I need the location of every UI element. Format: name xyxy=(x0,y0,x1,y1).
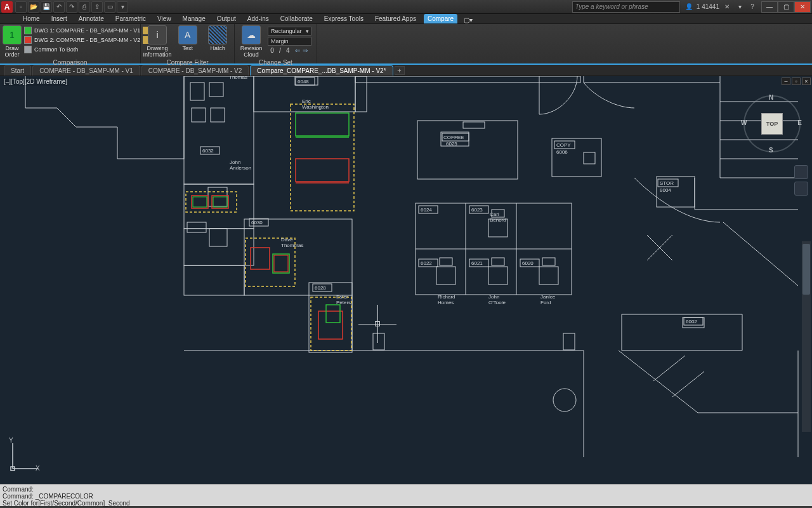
next-change-icon[interactable]: ⇒ xyxy=(303,47,308,54)
qat-share-icon[interactable]: ⇪ xyxy=(91,1,103,13)
vertical-scrollbar[interactable] xyxy=(802,241,811,432)
tab-home[interactable]: Home xyxy=(19,14,44,23)
user-label: 1 41441 xyxy=(697,3,719,10)
text-filter-button[interactable]: A Text xyxy=(174,25,202,51)
window-maximize-button[interactable]: ▢ xyxy=(778,1,794,13)
tab-annotate[interactable]: Annotate xyxy=(75,14,108,23)
svg-text:COFFEE: COFFEE xyxy=(443,135,464,140)
svg-text:RichardHomes: RichardHomes xyxy=(438,294,455,305)
svg-text:6021: 6021 xyxy=(471,260,483,266)
new-file-tab-button[interactable]: + xyxy=(395,66,405,75)
svg-text:6002: 6002 xyxy=(686,319,697,324)
drawing-canvas[interactable]: [–][Top][2D Wireframe] – ▫ × xyxy=(0,76,812,484)
svg-text:JaniceFord: JaniceFord xyxy=(540,294,556,305)
title-right-cluster: 👤 1 41441 ✕ ▾ ? xyxy=(684,2,757,12)
qat-undo-icon[interactable]: ↶ xyxy=(53,1,65,13)
svg-text:COPY: COPY xyxy=(556,142,571,148)
svg-text:JohnO'Toole: JohnO'Toole xyxy=(488,294,506,305)
svg-rect-54 xyxy=(318,311,343,339)
exchange-icon[interactable]: ✕ xyxy=(722,2,732,12)
tab-insert[interactable]: Insert xyxy=(48,14,71,23)
chevron-down-icon[interactable]: ▾ xyxy=(735,2,745,12)
change-stepper[interactable]: 0/4 ⇐ ⇒ xyxy=(268,47,311,54)
svg-text:EsterPeters: EsterPeters xyxy=(336,294,351,305)
command-history: Command: Command: _COMPARECOLOR Set Colo… xyxy=(0,484,812,506)
svg-text:6022: 6022 xyxy=(421,260,432,266)
qat-plot-icon[interactable]: ⎙ xyxy=(79,1,90,13)
common-color-swatch[interactable] xyxy=(24,46,32,53)
svg-rect-10 xyxy=(187,222,206,232)
tab-featured-apps[interactable]: Featured Apps xyxy=(371,14,420,23)
tab-manage[interactable]: Manage xyxy=(179,14,209,23)
common-row[interactable]: Common To Both xyxy=(24,46,150,53)
dwg1-row[interactable]: DWG 1: COMPARE - DB_SAMP-MM - V1 xyxy=(24,27,150,34)
viewcube[interactable]: TOP N S E W xyxy=(743,95,801,152)
tab-view[interactable]: View xyxy=(154,14,175,23)
dwg2-color-swatch[interactable] xyxy=(24,36,32,44)
draw-order-button[interactable]: 1 Draw Order xyxy=(3,25,22,58)
tab-express-tools[interactable]: Express Tools xyxy=(320,14,367,23)
file-tab-compare[interactable]: Compare_COMPARE_...DB_SAMP-MM - V2* xyxy=(250,65,393,76)
dwg2-row[interactable]: DWG 2: COMPARE - DB_SAMP-MM - V2 xyxy=(24,36,150,44)
svg-rect-16 xyxy=(463,122,485,128)
title-bar: A ▫ 📂 💾 ↶ ↷ ⎙ ⇪ ▭ ▾ Type a keyword or ph… xyxy=(0,0,812,14)
user-icon[interactable]: 👤 xyxy=(684,2,694,12)
svg-rect-32 xyxy=(184,265,244,295)
dwg1-color-swatch[interactable] xyxy=(24,27,32,34)
hatch-filter-button[interactable]: Hatch xyxy=(204,25,232,51)
nav-wheel-icon[interactable] xyxy=(794,165,808,179)
qat-open-icon[interactable]: 📂 xyxy=(28,1,39,13)
tab-parametric[interactable]: Parametric xyxy=(112,14,150,23)
tab-overflow-icon[interactable]: ▢▾ xyxy=(461,17,474,23)
svg-rect-45 xyxy=(192,196,208,208)
svg-text:DaveThommas: DaveThommas xyxy=(281,237,304,248)
tab-output[interactable]: Output xyxy=(213,14,240,23)
navigation-bar[interactable] xyxy=(794,165,809,196)
nav-pan-icon[interactable] xyxy=(794,182,808,196)
qat-save-icon[interactable]: 💾 xyxy=(41,1,52,13)
svg-rect-25 xyxy=(436,267,455,284)
quick-access-toolbar: ▫ 📂 💾 ↶ ↷ ⎙ ⇪ ▭ ▾ xyxy=(15,1,128,13)
svg-rect-52 xyxy=(274,255,288,272)
svg-rect-1 xyxy=(190,83,204,100)
file-tab-v1[interactable]: COMPARE - DB_SAMP-MM - V1 xyxy=(32,65,140,76)
info-icon: i xyxy=(148,25,167,44)
tab-compare[interactable]: Compare xyxy=(424,14,457,23)
cloud-margin-field[interactable]: Margin xyxy=(268,37,311,46)
cloud-shape-select[interactable]: Rectangular ▾ xyxy=(268,27,311,36)
file-tab-start[interactable]: Start xyxy=(4,65,31,76)
svg-rect-3 xyxy=(192,108,206,122)
svg-text:6006: 6006 xyxy=(556,149,568,155)
window-close-button[interactable]: ✕ xyxy=(794,1,811,13)
svg-rect-18 xyxy=(584,152,595,164)
draw-order-icon: 1 xyxy=(3,25,22,44)
help-icon[interactable]: ? xyxy=(747,2,757,12)
svg-rect-47 xyxy=(193,197,207,207)
floor-plan-svg: 6048 6032 6030 6028 6024 6023 6022 6021 … xyxy=(0,76,812,484)
svg-rect-34 xyxy=(563,333,575,350)
tab-collaborate[interactable]: Collaborate xyxy=(277,14,317,23)
viewcube-face[interactable]: TOP xyxy=(761,113,783,135)
file-tab-v2[interactable]: COMPARE - DB_SAMP-MM - V2 xyxy=(141,65,249,76)
app-menu-button[interactable]: A xyxy=(1,1,13,13)
qat-redo-icon[interactable]: ↷ xyxy=(66,1,77,13)
svg-rect-12 xyxy=(209,229,227,246)
drawing-information-button[interactable]: i Drawing Information xyxy=(143,25,171,58)
svg-rect-55 xyxy=(326,305,340,323)
svg-text:Thomas: Thomas xyxy=(229,76,247,80)
group-compare-filter: i Drawing Information A Text Hatch Compa… xyxy=(141,24,235,64)
revision-cloud-button[interactable]: ☁ Revision Cloud xyxy=(237,25,265,58)
qat-new-icon[interactable]: ▫ xyxy=(15,1,27,13)
tab-addins[interactable]: Add-ins xyxy=(244,14,273,23)
search-input[interactable]: Type a keyword or phrase xyxy=(572,1,680,13)
qat-select-icon[interactable]: ▭ xyxy=(104,1,115,13)
ribbon-panel: 1 Draw Order DWG 1: COMPARE - DB_SAMP-MM… xyxy=(0,24,812,65)
qat-dropdown-icon[interactable]: ▾ xyxy=(117,1,128,13)
svg-rect-14 xyxy=(417,121,518,179)
svg-rect-7 xyxy=(355,76,580,83)
prev-change-icon[interactable]: ⇐ xyxy=(295,47,300,54)
svg-text:6048: 6048 xyxy=(298,79,309,84)
window-minimize-button[interactable]: — xyxy=(761,1,778,13)
cloud-icon: ☁ xyxy=(242,25,261,44)
svg-text:6028: 6028 xyxy=(315,285,326,291)
